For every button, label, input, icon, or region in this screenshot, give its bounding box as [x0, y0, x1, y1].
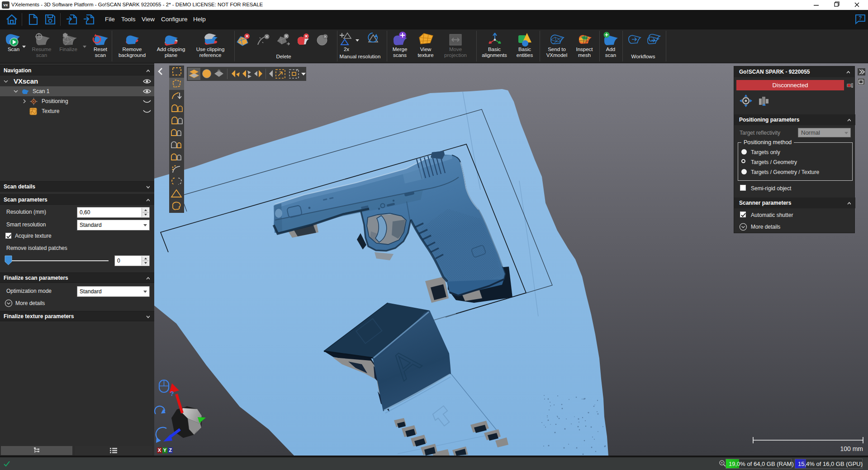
svg-text:X: X [158, 447, 161, 453]
svg-text:Z: Z [169, 447, 172, 453]
svg-text:100 mm: 100 mm [840, 445, 863, 452]
svg-text:?: ? [859, 15, 862, 21]
svg-text:?: ? [170, 390, 174, 397]
svg-text:Y: Y [163, 447, 167, 453]
